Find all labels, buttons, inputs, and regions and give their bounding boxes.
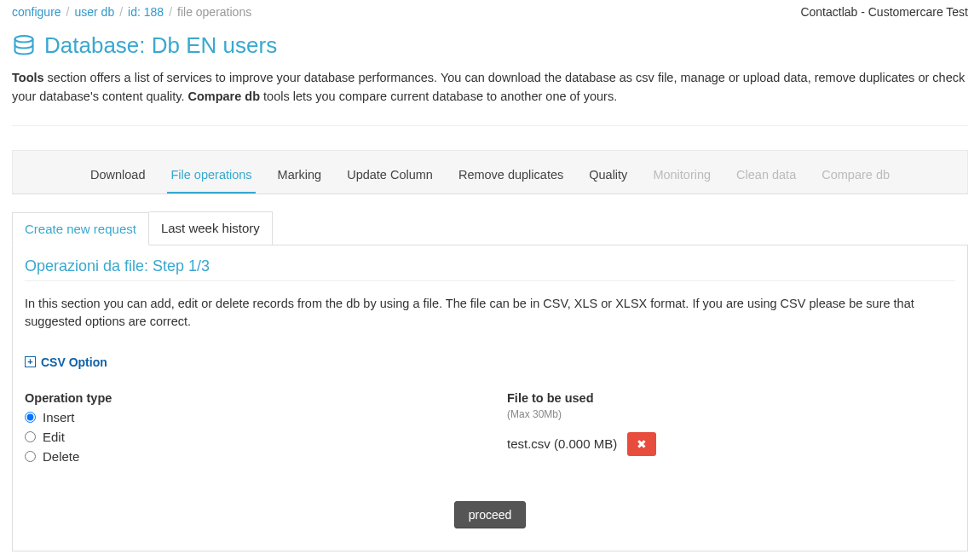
intro-text: Tools section offers a list of services … xyxy=(12,69,968,126)
breadcrumb-sep: / xyxy=(119,5,123,19)
radio-insert-label: Insert xyxy=(43,410,75,424)
tab-remove-duplicates[interactable]: Remove duplicates xyxy=(455,159,567,193)
brand-label: Contactlab - Customercare Test xyxy=(800,5,968,19)
intro-text-2: tools lets you compare current database … xyxy=(260,89,617,103)
plus-icon: + xyxy=(25,356,36,367)
intro-tools-label: Tools xyxy=(12,71,44,84)
panel-create-request: Operazioni da file: Step 1/3 In this sec… xyxy=(12,245,968,551)
radio-edit-input[interactable] xyxy=(25,431,36,442)
tab-quality[interactable]: Quality xyxy=(585,159,631,193)
page-title-text: Database: Db EN users xyxy=(44,32,277,59)
tab-download[interactable]: Download xyxy=(87,159,149,193)
tab-file-operations[interactable]: File operations xyxy=(167,159,255,193)
intro-compare-label: Compare db xyxy=(187,89,260,103)
radio-delete-label: Delete xyxy=(43,449,79,464)
tab-compare-db: Compare db xyxy=(818,159,893,193)
sub-tabbar: Create new request Last week history xyxy=(12,211,968,245)
remove-file-button[interactable]: ✖ xyxy=(627,432,656,456)
radio-delete-input[interactable] xyxy=(25,451,36,462)
radio-edit-label: Edit xyxy=(43,430,65,444)
subtab-history[interactable]: Last week history xyxy=(149,211,273,245)
crumb-configure[interactable]: configure xyxy=(12,5,61,19)
crumb-current: file operations xyxy=(177,5,251,19)
subtab-create-request[interactable]: Create new request xyxy=(12,212,149,245)
radio-edit[interactable]: Edit xyxy=(25,430,473,444)
tab-marking[interactable]: Marking xyxy=(274,159,326,193)
file-sublabel: (Max 30Mb) xyxy=(507,408,955,420)
file-name: test.csv (0.000 MB) xyxy=(507,436,617,451)
database-icon xyxy=(12,34,36,58)
breadcrumb: configure / user db / id: 188 / file ope… xyxy=(12,5,251,19)
tab-monitoring: Monitoring xyxy=(649,159,714,193)
tab-update-column[interactable]: Update Column xyxy=(343,159,436,193)
tools-tabbar: Download File operations Marking Update … xyxy=(12,150,968,194)
proceed-button[interactable]: proceed xyxy=(454,501,527,528)
step-title: Operazioni da file: Step 1/3 xyxy=(25,257,955,281)
radio-delete[interactable]: Delete xyxy=(25,449,473,464)
file-label: File to be used xyxy=(507,391,955,405)
crumb-userdb[interactable]: user db xyxy=(74,5,114,19)
csv-option-toggle[interactable]: + CSV Option xyxy=(25,355,107,369)
crumb-id[interactable]: id: 188 xyxy=(128,5,164,19)
breadcrumb-sep: / xyxy=(66,5,70,19)
radio-insert-input[interactable] xyxy=(25,412,36,423)
breadcrumb-sep: / xyxy=(169,5,172,19)
page-title: Database: Db EN users xyxy=(12,26,968,69)
svg-point-0 xyxy=(15,36,33,42)
tab-clean-data: Clean data xyxy=(733,159,799,193)
close-icon: ✖ xyxy=(637,437,647,451)
operation-type-group: Insert Edit Delete xyxy=(25,410,473,464)
radio-insert[interactable]: Insert xyxy=(25,410,473,424)
step-description: In this section you can add, edit or del… xyxy=(25,295,955,332)
csv-option-label: CSV Option xyxy=(41,355,107,369)
operation-type-label: Operation type xyxy=(25,391,473,405)
